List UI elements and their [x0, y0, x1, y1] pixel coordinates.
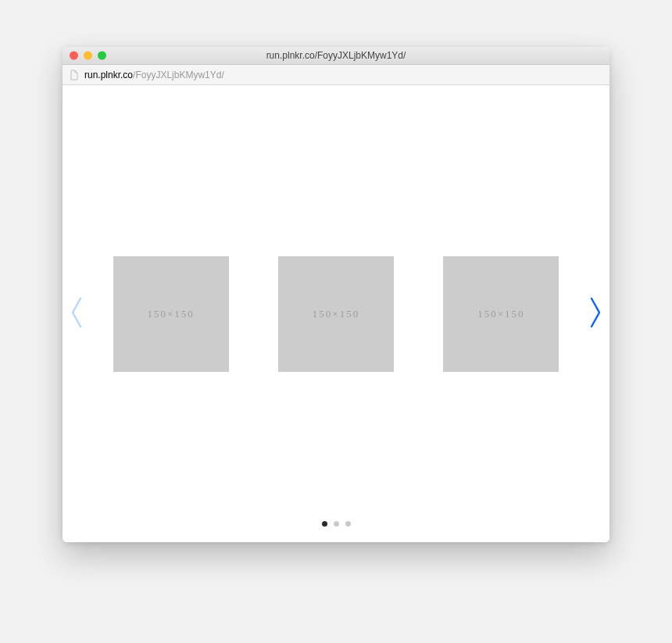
- window-maximize-button[interactable]: [98, 52, 106, 60]
- carousel-prev-button[interactable]: [66, 291, 88, 338]
- chevron-right-icon: [588, 294, 602, 334]
- page-dot-1[interactable]: [322, 521, 327, 527]
- placeholder-image[interactable]: 150×150: [278, 256, 394, 372]
- page-dot-2[interactable]: [334, 521, 339, 527]
- placeholder-image[interactable]: 150×150: [443, 256, 559, 372]
- carousel-pagination: [63, 521, 609, 527]
- window-titlebar: run.plnkr.co/FoyyJXLjbKMyw1Yd/: [63, 47, 609, 65]
- address-bar[interactable]: run.plnkr.co/FoyyJXLjbKMyw1Yd/: [63, 65, 609, 85]
- url-path: /FoyyJXLjbKMyw1Yd/: [133, 70, 224, 80]
- browser-window: run.plnkr.co/FoyyJXLjbKMyw1Yd/ run.plnkr…: [63, 47, 609, 542]
- window-close-button[interactable]: [70, 52, 78, 60]
- chevron-left-icon: [70, 294, 84, 334]
- page-dot-3[interactable]: [345, 521, 351, 527]
- page-content: 150×150 150×150 150×150: [63, 85, 609, 542]
- carousel-next-button[interactable]: [584, 291, 606, 338]
- url-host: run.plnkr.co: [84, 70, 133, 80]
- window-title: run.plnkr.co/FoyyJXLjbKMyw1Yd/: [69, 50, 603, 61]
- carousel-slides: 150×150 150×150 150×150: [88, 256, 584, 372]
- placeholder-image[interactable]: 150×150: [113, 256, 229, 372]
- window-minimize-button[interactable]: [84, 52, 92, 60]
- url-text: run.plnkr.co/FoyyJXLjbKMyw1Yd/: [84, 70, 224, 80]
- document-icon: [69, 70, 80, 80]
- carousel: 150×150 150×150 150×150: [63, 256, 609, 372]
- window-controls: [70, 52, 106, 60]
